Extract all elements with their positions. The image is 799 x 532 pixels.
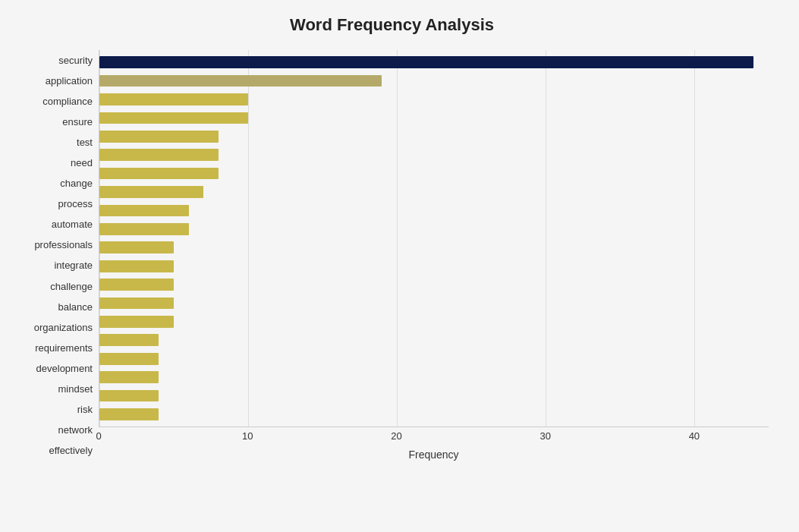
chart-title: Word Frequency Analysis xyxy=(15,15,769,35)
bar-row xyxy=(99,350,769,368)
bar-application xyxy=(99,75,382,87)
bar-row xyxy=(99,257,769,275)
bar-row xyxy=(99,294,769,312)
bar-row xyxy=(99,53,769,71)
y-label: integrate xyxy=(54,260,93,270)
bar-compliance xyxy=(99,93,248,105)
bar-row xyxy=(99,109,769,127)
y-label: application xyxy=(46,76,93,86)
x-tick: 10 xyxy=(242,430,253,442)
bar-row xyxy=(99,238,769,257)
bar-row xyxy=(99,146,769,164)
bar-balance xyxy=(99,279,174,291)
chart-container: Word Frequency Analysis securityapplicat… xyxy=(0,0,799,532)
y-label: process xyxy=(58,199,93,209)
bar-challenge xyxy=(99,260,174,272)
bars-area xyxy=(99,50,769,427)
bar-row xyxy=(99,71,769,90)
bar-row xyxy=(99,331,769,349)
x-tick: 0 xyxy=(96,430,101,442)
y-label: professionals xyxy=(34,240,93,250)
y-label: security xyxy=(58,55,93,65)
y-label: change xyxy=(60,178,93,188)
bar-row xyxy=(99,220,769,238)
bars-and-x: 010203040 Frequency xyxy=(99,50,769,461)
bar-professionals xyxy=(99,223,189,235)
bar-row xyxy=(99,405,769,423)
bar-mindset xyxy=(99,353,159,365)
y-label: development xyxy=(36,364,93,373)
bar-automate xyxy=(99,205,189,217)
y-label: test xyxy=(77,137,93,147)
bar-security xyxy=(99,56,753,68)
bar-test xyxy=(99,131,219,143)
bar-row xyxy=(99,183,769,201)
y-label: need xyxy=(71,158,93,168)
bar-organizations xyxy=(99,297,174,310)
bar-row xyxy=(99,90,769,109)
y-axis: securityapplicationcomplianceensuretestn… xyxy=(15,50,99,461)
bar-change xyxy=(99,168,219,180)
y-label: compliance xyxy=(42,96,93,106)
bar-risk xyxy=(99,371,159,383)
bar-network xyxy=(99,390,159,402)
x-tick: 30 xyxy=(539,430,550,442)
bar-integrate xyxy=(99,241,174,253)
bar-requirements xyxy=(99,316,174,328)
bar-row xyxy=(99,127,769,146)
y-label: effectively xyxy=(49,445,93,455)
bar-row xyxy=(99,164,769,182)
x-axis-label: Frequency xyxy=(99,449,769,461)
y-label: risk xyxy=(77,405,93,414)
x-tick: 20 xyxy=(391,430,401,442)
y-label: mindset xyxy=(58,384,93,394)
bar-need xyxy=(99,149,219,161)
y-label: requirements xyxy=(35,343,93,353)
y-label: automate xyxy=(52,219,93,229)
bar-row xyxy=(99,201,769,219)
y-label: challenge xyxy=(50,282,93,291)
bar-row xyxy=(99,386,769,405)
y-label: balance xyxy=(58,302,93,312)
bar-effectively xyxy=(99,408,159,420)
bar-row xyxy=(99,275,769,294)
y-label: network xyxy=(58,425,93,435)
x-tick: 40 xyxy=(689,430,700,442)
y-label: ensure xyxy=(62,117,93,127)
bar-process xyxy=(99,186,203,198)
bar-ensure xyxy=(99,112,248,124)
chart-area: securityapplicationcomplianceensuretestn… xyxy=(15,50,769,461)
x-axis: 010203040 Frequency xyxy=(99,430,769,461)
bar-development xyxy=(99,334,159,346)
bar-row xyxy=(99,313,769,331)
bar-row xyxy=(99,368,769,386)
y-label: organizations xyxy=(34,323,93,332)
